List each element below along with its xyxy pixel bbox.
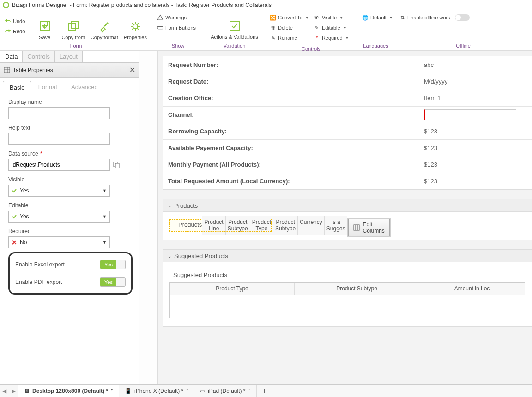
tablet-icon: ▭ [200, 388, 205, 394]
label-visible: Visible [8, 176, 133, 183]
tab-format[interactable]: Format [31, 80, 64, 94]
toggle-off-icon [455, 14, 470, 21]
left-panel: Data Controls Layout Table Properties ✕ … [0, 51, 139, 384]
window-title: Bizagi Forms Designer - Form: Register p… [12, 0, 272, 10]
enable-pdf-toggle[interactable]: Yes [100, 277, 126, 287]
localize-icon[interactable] [113, 136, 119, 142]
device-tab-desktop[interactable]: 🖥 Desktop 1280x800 (Default) * ˅ [18, 385, 119, 397]
panel-title: Table Properties [13, 67, 53, 73]
label-enable-excel: Enable Excel export [15, 261, 65, 268]
label-data-source: Data source* [8, 150, 133, 157]
chevron-down-icon: ˅ [248, 389, 251, 393]
form-row: Total Requested Amount (Local Currency):… [163, 173, 532, 189]
channel-input[interactable] [424, 109, 516, 120]
phone-icon: 📱 [125, 388, 132, 394]
undo-button[interactable]: Undo [5, 17, 28, 26]
display-name-input[interactable] [8, 107, 110, 119]
globe-icon: 🌐 [362, 14, 369, 21]
toggle-knob [116, 278, 125, 286]
save-button[interactable]: Save [30, 12, 58, 40]
label-enable-pdf: Enable PDF export [15, 279, 62, 285]
redo-button[interactable]: Redo [5, 27, 28, 36]
pencil-icon: ✎ [314, 24, 320, 31]
svg-rect-8 [115, 163, 119, 168]
gear-icon [129, 20, 142, 33]
data-source-browse-icon[interactable] [113, 161, 120, 168]
ribbon-group-offline: Offline [394, 42, 532, 50]
delete-button[interactable]: 🗑Delete [270, 23, 309, 32]
form-row: Monthly Payment (All Products):$123 [163, 156, 532, 173]
language-default-button[interactable]: 🌐Default▼ [362, 13, 393, 22]
svg-rect-6 [4, 67, 10, 73]
properties-button[interactable]: Properties [121, 12, 149, 40]
rename-button[interactable]: ✎Rename [270, 33, 309, 42]
visible-button[interactable]: 👁Visible▼ [314, 13, 352, 22]
tab-basic[interactable]: Basic [3, 81, 31, 94]
enable-offline-toggle[interactable]: ⇅ Enable offline work [399, 13, 470, 22]
tab-advanced[interactable]: Advanced [64, 80, 105, 94]
svg-point-3 [133, 24, 138, 29]
tab-data[interactable]: Data [0, 51, 23, 62]
chevron-down-icon: ⌄ [168, 253, 171, 259]
ribbon: Undo Redo Save Copy from Copy format [0, 10, 532, 51]
products-table-title: Products [175, 219, 202, 232]
device-tab-ipad[interactable]: ▭ iPad (Default) * ˅ [194, 385, 256, 397]
desktop-icon: 🖥 [24, 388, 30, 394]
data-source-input[interactable] [8, 159, 110, 171]
label-display-name: Display name [8, 99, 133, 105]
add-device-tab[interactable]: + [257, 385, 272, 397]
edit-columns-button[interactable]: Edit Columns [348, 219, 389, 236]
suggested-table[interactable]: Suggested Products Product Type Product … [169, 270, 525, 318]
copy-format-button[interactable]: Copy format [88, 12, 121, 40]
visible-select[interactable]: Yes ▼ [8, 185, 110, 197]
localize-icon[interactable] [113, 110, 119, 116]
form-canvas[interactable]: Request Number:abc Request Date:M/d/yyyy… [139, 51, 532, 384]
convert-icon: 🔀 [270, 14, 276, 21]
eye-icon: 👁 [314, 14, 320, 21]
required-select[interactable]: No ▼ [8, 236, 110, 248]
ribbon-group-validation: Validation [204, 42, 265, 50]
editable-select[interactable]: Yes ▼ [8, 211, 110, 223]
section-suggested-header[interactable]: ⌄ Suggested Products [163, 249, 532, 262]
form-buttons-button[interactable]: Form Buttons [157, 23, 196, 32]
redo-icon [5, 28, 11, 35]
products-table-selected[interactable]: Products Product Line Product Subtype Pr… [169, 219, 271, 231]
chevron-down-icon: ˅ [111, 389, 113, 393]
suggested-table-title: Suggested Products [169, 270, 525, 282]
svg-rect-9 [354, 225, 359, 230]
svg-rect-5 [230, 21, 239, 30]
label-help-text: Help text [8, 125, 133, 131]
asterisk-icon: * [314, 35, 320, 41]
device-tab-bar: ◀ ▶ 🖥 Desktop 1280x800 (Default) * ˅ 📱 i… [0, 384, 532, 397]
section-products-header[interactable]: ⌄ Products [163, 199, 532, 212]
help-text-input[interactable] [8, 133, 110, 145]
label-required: Required [8, 228, 133, 235]
device-tab-iphone[interactable]: 📱 iPhone X (Default) * ˅ [119, 385, 194, 397]
tab-controls[interactable]: Controls [22, 51, 54, 62]
form-fields-region: Request Number:abc Request Date:M/d/yyyy… [163, 56, 532, 190]
label-editable: Editable [8, 202, 133, 209]
copy-from-button[interactable]: Copy from [60, 12, 87, 40]
warnings-button[interactable]: Warnings [157, 13, 196, 22]
required-button[interactable]: *Required▼ [314, 33, 352, 42]
tab-scroll-right[interactable]: ▶ [9, 385, 18, 397]
suggested-table-header: Product Type Product Subtype Amount in L… [169, 282, 525, 295]
form-row: Creation Office:Item 1 [163, 90, 532, 106]
actions-validations-button[interactable]: Actions & Validations [207, 12, 262, 40]
close-panel-button[interactable]: ✕ [129, 66, 135, 74]
warning-icon [157, 14, 163, 21]
tab-scroll-left[interactable]: ◀ [0, 385, 9, 397]
form-row: Available Payement Capacity:$123 [163, 139, 532, 156]
suggested-table-body [169, 295, 525, 318]
form-row: Request Date:M/d/yyyy [163, 73, 532, 90]
chevron-down-icon: ▼ [103, 240, 107, 245]
editable-button[interactable]: ✎Editable▼ [314, 23, 352, 32]
tab-layout[interactable]: Layout [54, 51, 83, 62]
form-row: Request Number:abc [163, 56, 532, 73]
enable-excel-toggle[interactable]: Yes [100, 260, 126, 269]
undo-icon [5, 18, 11, 24]
table-properties-icon [4, 67, 10, 73]
canvas-gutter [139, 51, 158, 384]
convert-to-button[interactable]: 🔀Convert To▼ [270, 13, 309, 22]
copy-from-icon [67, 20, 80, 33]
